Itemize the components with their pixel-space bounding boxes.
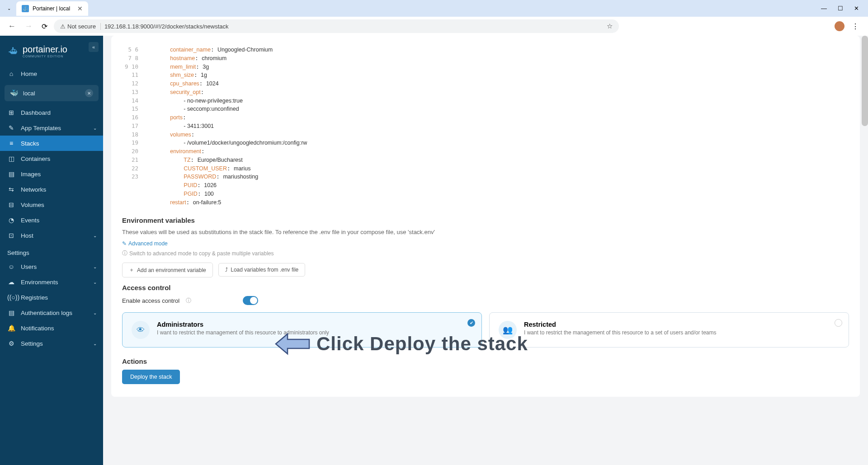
users-icon: 👥 [499, 321, 517, 339]
nav-icon: ⇆ [7, 186, 15, 193]
add-env-var-button[interactable]: ＋ Add an environment variable [122, 263, 213, 277]
check-icon: ✔ [467, 319, 475, 327]
sidebar-item-volumes[interactable]: ⊟Volumes [0, 197, 103, 212]
nav-icon: ✎ [7, 124, 15, 132]
home-icon: ⌂ [7, 70, 15, 77]
access-section-title: Access control [122, 284, 849, 291]
actions-section-title: Actions [122, 357, 849, 365]
access-toggle[interactable] [243, 296, 258, 305]
nav-icon: ⊟ [7, 201, 15, 208]
chevron-down-icon: ⌄ [93, 264, 97, 269]
sidebar-item-environments[interactable]: ☁Environments⌄ [0, 274, 103, 290]
sidebar-item-home[interactable]: ⌂ Home [0, 66, 103, 81]
url-text: 192.168.1.18:9000/#!/2/docker/stacks/new… [104, 23, 603, 30]
enable-access-label: Enable access control [122, 297, 179, 304]
sidebar-item-dashboard[interactable]: ⊞Dashboard [0, 105, 103, 120]
sidebar-collapse-button[interactable]: « [89, 42, 99, 52]
tab-favicon-icon: ⚓ [22, 5, 29, 12]
nav-icon: ☺ [7, 263, 15, 270]
nav-icon: ◔ [7, 216, 15, 224]
radio-unchecked-icon [835, 319, 842, 327]
maximize-icon[interactable]: ☐ [838, 5, 843, 12]
environment-selector[interactable]: 🐳 local ✕ [5, 85, 99, 101]
url-bar: ← → ⟳ ⚠ Not secure 192.168.1.18:9000/#!/… [0, 17, 868, 36]
deploy-stack-button[interactable]: Deploy the stack [122, 370, 180, 384]
profile-avatar[interactable] [835, 21, 844, 31]
url-field[interactable]: ⚠ Not secure 192.168.1.18:9000/#!/2/dock… [54, 19, 619, 33]
not-secure-badge[interactable]: ⚠ Not secure [60, 23, 101, 30]
nav-icon: ▤ [7, 309, 15, 316]
tab-dropdown[interactable]: ⌄ [4, 6, 14, 11]
close-env-icon[interactable]: ✕ [85, 89, 93, 97]
chevron-down-icon: ⌄ [93, 126, 97, 131]
reload-icon[interactable]: ⟳ [39, 20, 50, 33]
tab-title: Portainer | local [33, 5, 70, 12]
nav-icon: ◫ [7, 155, 15, 162]
line-gutter: 5 6 7 8 9 10 11 12 13 14 15 16 17 18 19 … [122, 44, 143, 208]
bookmark-icon[interactable]: ☆ [607, 22, 613, 30]
window-controls: — ☐ ✕ [821, 5, 864, 12]
sidebar-item-settings[interactable]: ⚙Settings⌄ [0, 336, 103, 351]
sidebar: ⛴ portainer.io COMMUNITY EDITION « ⌂ Hom… [0, 36, 103, 465]
yaml-editor[interactable]: 5 6 7 8 9 10 11 12 13 14 15 16 17 18 19 … [122, 44, 849, 208]
sidebar-item-app-templates[interactable]: ✎App Templates⌄ [0, 120, 103, 136]
eye-off-icon: 👁 [132, 321, 150, 339]
sidebar-item-host[interactable]: ⊡Host⌄ [0, 228, 103, 243]
settings-section-label: Settings [0, 243, 103, 259]
nav-icon: ⚙ [7, 340, 15, 347]
nav-icon: ((○)) [7, 294, 15, 301]
minimize-icon[interactable]: — [821, 5, 827, 12]
warning-icon: ⚠ [60, 23, 66, 30]
sidebar-item-events[interactable]: ◔Events [0, 212, 103, 228]
nav-icon: ⊡ [7, 232, 15, 239]
env-section-title: Environment variables [122, 216, 849, 224]
sidebar-item-networks[interactable]: ⇆Networks [0, 182, 103, 197]
advanced-mode-info: ⓘ Switch to advanced mode to copy & past… [122, 249, 274, 257]
chevron-down-icon: ⌄ [93, 310, 97, 315]
nav-icon: ≡ [7, 140, 15, 147]
sidebar-item-users[interactable]: ☺Users⌄ [0, 259, 103, 274]
forward-icon: → [22, 20, 35, 33]
sidebar-item-stacks[interactable]: ≡Stacks [0, 136, 103, 151]
portainer-logo-icon: ⛴ [7, 45, 20, 58]
nav-icon: ☁ [7, 278, 15, 286]
chevron-down-icon: ⌄ [93, 233, 97, 238]
help-icon[interactable]: ⓘ [186, 297, 191, 305]
env-section-desc: These values will be used as substitutio… [122, 229, 849, 235]
browser-tab-bar: ⌄ ⚓ Portainer | local ✕ — ☐ ✕ [0, 0, 868, 17]
nav-icon: 🔔 [7, 324, 15, 332]
advanced-mode-link[interactable]: ✎ Advanced mode [122, 240, 168, 247]
sidebar-item-registries[interactable]: ((○))Registries [0, 290, 103, 305]
close-window-icon[interactable]: ✕ [854, 5, 859, 12]
tab-close-icon[interactable]: ✕ [77, 5, 83, 12]
scrollbar[interactable] [862, 36, 868, 126]
yaml-body[interactable]: container_name: Ungoogled-Chromium hostn… [143, 44, 849, 208]
main-content: 5 6 7 8 9 10 11 12 13 14 15 16 17 18 19 … [103, 36, 868, 465]
load-env-file-button[interactable]: ⤴ Load variables from .env file [218, 263, 305, 277]
access-option-administrators[interactable]: 👁 Administrators I want to restrict the … [122, 312, 482, 348]
access-option-restricted[interactable]: 👥 Restricted I want to restrict the mana… [489, 312, 849, 348]
info-icon: ⓘ [122, 249, 127, 257]
sidebar-item-containers[interactable]: ◫Containers [0, 151, 103, 166]
edit-icon: ✎ [122, 240, 127, 247]
portainer-logo[interactable]: ⛴ portainer.io COMMUNITY EDITION [0, 41, 103, 66]
sidebar-item-authentication-logs[interactable]: ▤Authentication logs⌄ [0, 305, 103, 320]
sidebar-item-notifications[interactable]: 🔔Notifications [0, 320, 103, 336]
nav-icon: ⊞ [7, 109, 15, 116]
plus-icon: ＋ [129, 266, 134, 274]
sidebar-item-images[interactable]: ▤Images [0, 166, 103, 182]
nav-icon: ▤ [7, 170, 15, 178]
docker-icon: 🐳 [10, 89, 19, 97]
chevron-down-icon: ⌄ [93, 280, 97, 285]
upload-icon: ⤴ [225, 267, 228, 273]
browser-tab[interactable]: ⚓ Portainer | local ✕ [16, 1, 88, 16]
chevron-down-icon: ⌄ [93, 341, 97, 346]
browser-menu-icon[interactable]: ⋮ [848, 22, 863, 31]
back-icon[interactable]: ← [5, 20, 19, 33]
